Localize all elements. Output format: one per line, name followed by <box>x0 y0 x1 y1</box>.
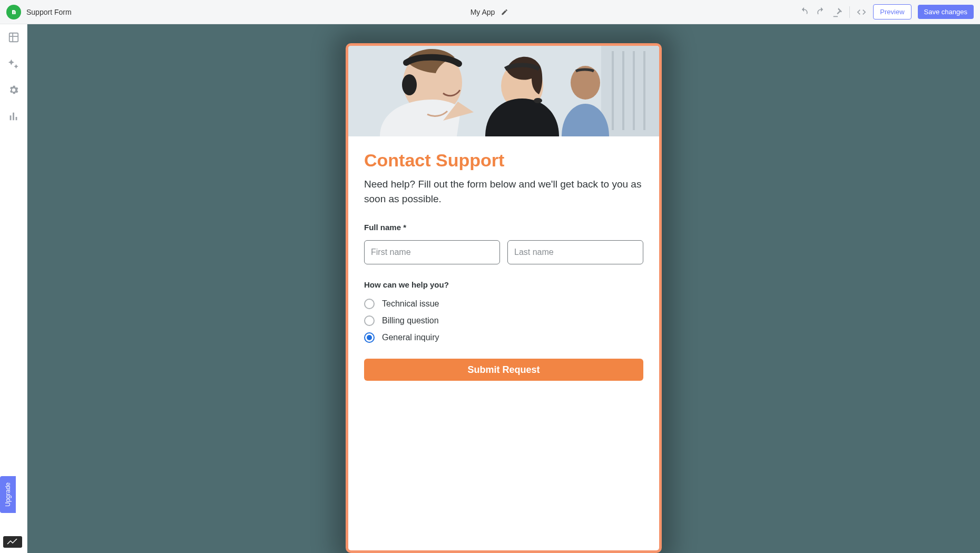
radio-general-inquiry[interactable]: General inquiry <box>364 332 643 343</box>
radio-billing-question[interactable]: Billing question <box>364 315 643 326</box>
app-name: My App <box>471 8 495 16</box>
gavel-icon[interactable] <box>832 7 843 17</box>
first-name-input[interactable] <box>364 240 500 264</box>
svg-rect-1 <box>9 33 18 42</box>
radio-label: Technical issue <box>382 299 439 309</box>
svg-rect-3 <box>601 46 659 136</box>
last-name-input[interactable] <box>507 240 643 264</box>
analytics-icon[interactable] <box>8 111 19 122</box>
topbar-actions: Preview Save changes <box>799 4 974 19</box>
svg-point-8 <box>571 66 600 100</box>
wand-icon[interactable] <box>8 58 19 70</box>
save-button[interactable]: Save changes <box>918 5 974 19</box>
radio-bullet <box>364 332 375 343</box>
form-body: Contact Support Need help? Fill out the … <box>348 136 659 397</box>
fullname-label: Full name * <box>364 223 643 232</box>
contact-form-card[interactable]: Contact Support Need help? Fill out the … <box>346 43 662 553</box>
page-title: Support Form <box>26 8 72 16</box>
grid-icon[interactable] <box>8 32 19 43</box>
svg-point-12 <box>402 74 417 95</box>
left-sidebar <box>0 24 27 553</box>
form-title: Contact Support <box>364 150 643 171</box>
radio-bullet <box>364 315 375 326</box>
help-label: How can we help you? <box>364 280 643 289</box>
app-name-region: My App <box>471 7 510 17</box>
svg-rect-6 <box>633 51 635 130</box>
code-icon[interactable] <box>856 7 867 17</box>
svg-rect-7 <box>643 51 645 130</box>
edit-app-name-icon[interactable] <box>499 7 509 17</box>
gear-icon[interactable] <box>8 84 19 96</box>
svg-rect-4 <box>612 51 614 130</box>
topbar: Support Form My App Preview Save changes <box>0 0 980 24</box>
app-logo[interactable] <box>6 5 21 19</box>
radio-label: General inquiry <box>382 333 439 342</box>
radio-bullet <box>364 299 375 309</box>
help-radio-group: Technical issue Billing question General… <box>364 299 643 343</box>
preview-button[interactable]: Preview <box>873 4 911 19</box>
submit-button[interactable]: Submit Request <box>364 359 643 381</box>
redo-icon[interactable] <box>816 7 826 17</box>
undo-icon[interactable] <box>799 7 809 17</box>
divider <box>849 6 850 18</box>
hero-image <box>348 46 659 136</box>
form-description: Need help? Fill out the form below and w… <box>364 177 643 206</box>
corner-badge[interactable] <box>3 536 22 548</box>
svg-point-10 <box>534 98 542 103</box>
upgrade-tab[interactable]: Upgrade <box>0 476 16 513</box>
radio-technical-issue[interactable]: Technical issue <box>364 299 643 309</box>
svg-rect-5 <box>622 51 624 130</box>
radio-label: Billing question <box>382 316 439 325</box>
canvas[interactable]: Contact Support Need help? Fill out the … <box>27 24 980 553</box>
